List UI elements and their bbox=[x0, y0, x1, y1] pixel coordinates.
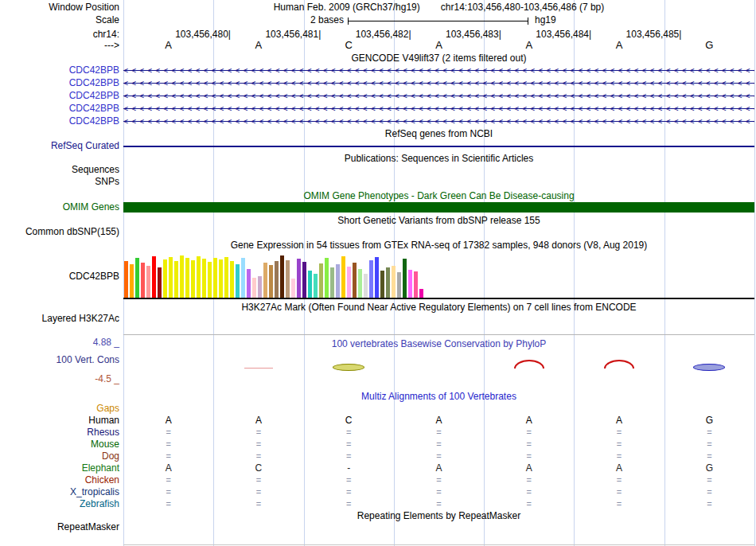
assembly-title: Human Feb. 2009 (GRCh37/hg19) bbox=[274, 2, 420, 13]
snps-track-label[interactable]: SNPs bbox=[0, 176, 119, 187]
dbsnp-track-label[interactable]: Common dbSNP(155) bbox=[0, 226, 119, 237]
alignment-cell: = bbox=[517, 439, 541, 450]
alignment-cell: = bbox=[247, 474, 271, 486]
repeatmasker-track-title[interactable]: Repeating Elements by RepeatMasker bbox=[123, 510, 754, 521]
gtex-tissue-bar bbox=[341, 256, 345, 298]
reference-base: A bbox=[607, 40, 631, 51]
gtex-tissue-bar bbox=[330, 267, 334, 298]
alignment-cell: = bbox=[337, 474, 360, 486]
gtex-tissue-bar bbox=[302, 262, 306, 298]
alignment-cell: = bbox=[517, 474, 541, 486]
alignment-cell: C bbox=[337, 415, 360, 427]
alignment-cell: = bbox=[427, 486, 451, 498]
omim-genes-label[interactable]: OMIM Genes bbox=[0, 201, 119, 213]
sequences-track-label[interactable]: Sequences bbox=[0, 164, 119, 175]
gtex-tissue-bar bbox=[419, 289, 423, 298]
alignment-cell: = bbox=[697, 486, 721, 498]
species-label-rhesus[interactable]: Rhesus bbox=[0, 427, 119, 438]
alignment-cell: = bbox=[157, 498, 181, 510]
alignment-cell: = bbox=[337, 439, 360, 450]
gtex-tissue-bar bbox=[130, 264, 134, 298]
gtex-tissue-bar bbox=[353, 263, 357, 298]
gtex-tissue-bar bbox=[152, 256, 156, 298]
alignment-cell: = bbox=[427, 427, 451, 439]
scale-value: 2 bases bbox=[256, 14, 344, 25]
species-label-human[interactable]: Human bbox=[0, 415, 119, 426]
gtex-tissue-bar bbox=[202, 259, 206, 298]
phylop-track-title[interactable]: 100 vertebrates Basewise Conservation by… bbox=[123, 338, 754, 349]
gtex-tissue-bar bbox=[314, 274, 318, 298]
gene-transcript-line[interactable]: <<<<<<<<<<<<<<<<<<<<<<<<<<<<<<<<<<<<<<<<… bbox=[123, 91, 754, 101]
gene-label-cdc42bpb[interactable]: CDC42BPB bbox=[0, 115, 119, 127]
species-label-x-tropicalis[interactable]: X_tropicalis bbox=[0, 486, 119, 497]
alignment-cell: = bbox=[607, 474, 631, 486]
gtex-expression-barchart[interactable] bbox=[124, 252, 753, 298]
strand-direction-arrows: <<<<<<<<<<<<<<<<<<<<<<<<<<<<<<<<<<<<<<<<… bbox=[123, 103, 754, 114]
gtex-baseline bbox=[123, 298, 754, 299]
omim-gene-bar[interactable] bbox=[123, 202, 754, 213]
alignment-cell: = bbox=[247, 427, 271, 439]
species-label-gaps[interactable]: Gaps bbox=[0, 403, 119, 414]
gtex-tissue-bar bbox=[275, 261, 279, 298]
scale-label: Scale bbox=[0, 14, 119, 25]
gtex-gene-label[interactable]: CDC42BPB bbox=[0, 271, 119, 282]
phylop-lens-mark bbox=[693, 364, 725, 371]
gene-transcript-line[interactable]: <<<<<<<<<<<<<<<<<<<<<<<<<<<<<<<<<<<<<<<<… bbox=[123, 116, 754, 127]
gtex-tissue-bar bbox=[364, 274, 368, 298]
publications-track-title[interactable]: Publications: Sequences in Scientific Ar… bbox=[123, 153, 754, 164]
phylop-track-label[interactable]: 100 Vert. Cons bbox=[0, 354, 119, 365]
alignment-cell: = bbox=[517, 486, 541, 498]
gtex-tissue-bar bbox=[191, 260, 195, 298]
reference-base: A bbox=[157, 40, 181, 51]
gtex-tissue-bar bbox=[158, 267, 162, 298]
gene-label-cdc42bpb[interactable]: CDC42BPB bbox=[0, 103, 119, 114]
chromosome-label: chr14: bbox=[0, 29, 119, 40]
gtex-tissue-bar bbox=[392, 266, 396, 298]
gtex-tissue-bar bbox=[380, 271, 384, 298]
species-label-mouse[interactable]: Mouse bbox=[0, 439, 119, 450]
gtex-tissue-bar bbox=[308, 271, 312, 298]
gtex-tissue-bar bbox=[263, 263, 267, 298]
alignment-cell: = bbox=[247, 486, 271, 498]
phylop-max-value: 4.88 _ bbox=[0, 337, 119, 348]
repeatmasker-track-label[interactable]: RepeatMasker bbox=[0, 521, 119, 532]
gtex-track-title[interactable]: Gene Expression in 54 tissues from GTEx … bbox=[123, 240, 754, 251]
phylop-line-mark bbox=[244, 368, 273, 369]
species-label-dog[interactable]: Dog bbox=[0, 450, 119, 462]
refseq-track-title[interactable]: RefSeq genes from NCBI bbox=[123, 128, 754, 139]
gtex-tissue-bar bbox=[269, 265, 273, 298]
ruler-coordinate: 103,456,480| bbox=[143, 29, 231, 40]
alignment-cell: A bbox=[157, 462, 181, 474]
alignment-cell: = bbox=[607, 450, 631, 462]
refseq-curated-label[interactable]: RefSeq Curated bbox=[0, 140, 119, 151]
dbsnp-track-title[interactable]: Short Genetic Variants from dbSNP releas… bbox=[123, 215, 754, 226]
gtex-tissue-bar bbox=[213, 258, 217, 298]
species-label-chicken[interactable]: Chicken bbox=[0, 474, 119, 486]
omim-track-title[interactable]: OMIM Gene Phenotypes - Dark Green Can Be… bbox=[123, 190, 754, 201]
alignment-cell: = bbox=[697, 439, 721, 450]
phylop-min-value: -4.5 _ bbox=[0, 373, 119, 384]
h3k27ac-track-title[interactable]: H3K27Ac Mark (Often Found Near Active Re… bbox=[123, 302, 754, 313]
alignment-cell: = bbox=[337, 450, 360, 462]
alignment-cell: = bbox=[697, 427, 721, 439]
alignment-cell: = bbox=[697, 474, 721, 486]
h3k27ac-track-bottom-rule bbox=[123, 334, 754, 335]
gene-label-cdc42bpb[interactable]: CDC42BPB bbox=[0, 77, 119, 88]
gtex-tissue-bar bbox=[208, 262, 212, 298]
gene-label-cdc42bpb[interactable]: CDC42BPB bbox=[0, 64, 119, 76]
genome-browser-image: Window Position Human Feb. 2009 (GRCh37/… bbox=[0, 0, 756, 546]
species-label-elephant[interactable]: Elephant bbox=[0, 462, 119, 474]
refseq-gene-bar[interactable] bbox=[123, 146, 754, 147]
gtex-tissue-bar bbox=[397, 272, 401, 298]
base-boundary-guide bbox=[754, 0, 755, 546]
gencode-track-title[interactable]: GENCODE V49lift37 (2 items filtered out) bbox=[123, 53, 754, 64]
gene-transcript-line[interactable]: <<<<<<<<<<<<<<<<<<<<<<<<<<<<<<<<<<<<<<<<… bbox=[123, 103, 754, 114]
gene-transcript-line[interactable]: <<<<<<<<<<<<<<<<<<<<<<<<<<<<<<<<<<<<<<<<… bbox=[123, 78, 754, 88]
gtex-tissue-bar bbox=[403, 259, 407, 298]
h3k27ac-track-label[interactable]: Layered H3K27Ac bbox=[0, 313, 119, 324]
gene-label-cdc42bpb[interactable]: CDC42BPB bbox=[0, 90, 119, 101]
header-title: Human Feb. 2009 (GRCh37/hg19) chr14:103,… bbox=[123, 2, 754, 13]
species-label-zebrafish[interactable]: Zebrafish bbox=[0, 498, 119, 509]
gene-transcript-line[interactable]: <<<<<<<<<<<<<<<<<<<<<<<<<<<<<<<<<<<<<<<<… bbox=[123, 65, 754, 76]
multiz-track-title[interactable]: Multiz Alignments of 100 Vertebrates bbox=[123, 391, 754, 402]
